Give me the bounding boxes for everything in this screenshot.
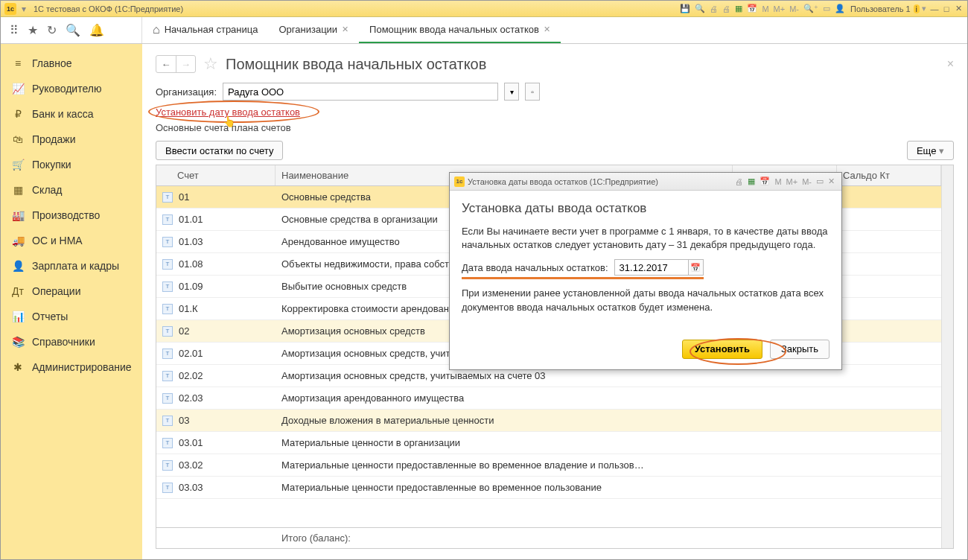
- bell-icon[interactable]: 🔔: [89, 23, 104, 37]
- forward-button[interactable]: →: [176, 56, 195, 72]
- sidebar-item-4[interactable]: 🛒Покупки: [1, 153, 142, 176]
- maximize-button[interactable]: □: [940, 4, 952, 13]
- more-button[interactable]: Еще: [907, 141, 954, 160]
- account-icon: T: [162, 304, 173, 314]
- sidebar-item-10[interactable]: 📊Отчеты: [1, 305, 142, 328]
- account-icon: T: [162, 326, 173, 337]
- sidebar-item-8[interactable]: 👤Зарплата и кадры: [1, 254, 142, 278]
- close-button[interactable]: ✕: [952, 4, 964, 13]
- date-picker-button[interactable]: 📅: [689, 259, 704, 276]
- sidebar-item-1[interactable]: 📈Руководителю: [1, 77, 142, 101]
- table-row[interactable]: T03.02Материальные ценности предоставлен…: [156, 454, 941, 477]
- account-code: 02.03: [179, 392, 203, 404]
- tab-org-close-icon[interactable]: ✕: [342, 25, 348, 34]
- info-drop-icon[interactable]: ▾: [920, 4, 929, 13]
- table-row[interactable]: T03Доходные вложения в материальные ценн…: [156, 410, 941, 432]
- sidebar-item-9[interactable]: ДтОперации: [1, 279, 142, 303]
- cancel-button[interactable]: Закрыть: [770, 340, 830, 359]
- account-name: Материальные ценности предоставленные во…: [276, 459, 733, 471]
- sidebar-item-0[interactable]: ≡Главное: [1, 51, 142, 75]
- info-icon[interactable]: i: [914, 4, 920, 13]
- sidebar-item-2[interactable]: ₽Банк и касса: [1, 102, 142, 126]
- window-title: 1С тестовая с ОКОФ (1С:Предприятие): [34, 4, 183, 13]
- col-account[interactable]: Счет: [156, 165, 276, 185]
- titlebar: 1c ▾ 1С тестовая с ОКОФ (1С:Предприятие)…: [1, 1, 967, 17]
- sidebar-item-12[interactable]: ✱Администрирование: [1, 355, 142, 379]
- page-favorite-icon[interactable]: ☆: [203, 54, 218, 74]
- sidebar-label: Справочники: [32, 336, 95, 348]
- back-button[interactable]: ←: [156, 56, 176, 72]
- grid-footer: Итого (баланс):: [156, 527, 941, 548]
- sidebar-item-11[interactable]: 📚Справочники: [1, 330, 142, 354]
- organization-input[interactable]: [223, 83, 498, 101]
- modal-m-icon[interactable]: M: [772, 177, 783, 186]
- tab-assistant[interactable]: Помощник ввода начальных остатков✕: [359, 17, 561, 43]
- user-name[interactable]: Пользователь 1: [850, 4, 911, 13]
- date-modal: 1c Установка даты ввода остатков (1С:Пре…: [449, 172, 842, 370]
- sidebar-item-6[interactable]: 🏭Производство: [1, 203, 142, 227]
- sidebar-icon: 📊: [11, 311, 25, 322]
- modal-print-icon[interactable]: 🖨: [733, 177, 745, 186]
- sidebar-label: Продажи: [32, 133, 75, 145]
- grid-toolbar: Ввести остатки по счету Еще: [156, 141, 954, 160]
- tab-organizations[interactable]: Организации✕: [268, 17, 359, 43]
- modal-titlebar: 1c Установка даты ввода остатков (1С:Пре…: [450, 173, 841, 191]
- sidebar-label: Зарплата и кадры: [32, 260, 119, 272]
- search-toolbar-icon[interactable]: 🔍: [66, 23, 80, 37]
- account-code: 02.02: [179, 370, 203, 381]
- table-row[interactable]: T02.03Амортизация арендованного имуществ…: [156, 387, 941, 410]
- apps-icon[interactable]: ⠿: [10, 23, 19, 37]
- org-dropdown-button[interactable]: ▾: [504, 83, 519, 101]
- modal-text-2: При изменении ранее установленной даты в…: [462, 287, 830, 314]
- account-icon: T: [162, 416, 173, 426]
- org-label: Организация:: [156, 86, 217, 98]
- org-open-button[interactable]: ▫: [525, 83, 540, 101]
- enter-balance-button[interactable]: Ввести остатки по счету: [156, 141, 283, 160]
- m-icon[interactable]: M: [760, 4, 771, 13]
- account-icon: T: [162, 214, 173, 225]
- print-icon[interactable]: 🖨: [707, 4, 720, 13]
- tab-assist-close-icon[interactable]: ✕: [544, 25, 550, 34]
- calendar-icon[interactable]: ▦: [733, 4, 745, 13]
- modal-logo-icon: 1c: [454, 176, 465, 187]
- minimize-button[interactable]: —: [929, 4, 940, 13]
- modal-cal2-icon[interactable]: 📅: [757, 176, 772, 186]
- table-row[interactable]: T03.01Материальные ценности в организаци…: [156, 432, 941, 454]
- modal-m-minus-icon[interactable]: M-: [800, 177, 814, 186]
- sidebar-item-5[interactable]: ▦Склад: [1, 178, 142, 202]
- m-minus-icon[interactable]: M-: [787, 4, 801, 13]
- scrollbar-vertical[interactable]: [941, 165, 953, 548]
- confirm-button[interactable]: Установить: [682, 340, 762, 359]
- tab-assist-label: Помощник ввода начальных остатков: [369, 24, 539, 35]
- table-row[interactable]: T03.03Материальные ценности предоставлен…: [156, 477, 941, 499]
- sidebar-icon: 🏭: [11, 209, 25, 221]
- search-icon[interactable]: 🔍: [692, 4, 707, 13]
- main-area: ← → ☆ Помощник ввода начальных остатков …: [142, 44, 967, 559]
- sidebar-icon: 🛍: [11, 133, 25, 145]
- tab-home[interactable]: Начальная страница: [142, 17, 268, 43]
- save-icon[interactable]: 💾: [678, 4, 692, 13]
- modal-cal-icon[interactable]: ▦: [745, 176, 757, 186]
- calendar2-icon[interactable]: 📅: [745, 4, 760, 13]
- col-credit[interactable]: Сальдо Кт: [837, 165, 941, 185]
- zoom-icon[interactable]: 🔍⁺: [801, 4, 821, 13]
- modal-restore-icon[interactable]: ▭: [814, 176, 826, 186]
- sidebar-item-3[interactable]: 🛍Продажи: [1, 127, 142, 151]
- history-icon[interactable]: ↻: [47, 23, 57, 37]
- m-plus-icon[interactable]: M+: [771, 4, 788, 13]
- favorite-icon[interactable]: ★: [28, 23, 38, 37]
- sidebar-label: Покупки: [32, 159, 71, 171]
- modal-m-plus-icon[interactable]: M+: [784, 177, 800, 186]
- dropdown-icon[interactable]: ▾: [18, 3, 30, 15]
- sidebar-item-7[interactable]: 🚚ОС и НМА: [1, 229, 142, 252]
- print2-icon[interactable]: 🖨: [720, 4, 733, 13]
- account-icon: T: [162, 237, 173, 247]
- windows-icon[interactable]: ▭: [821, 4, 832, 13]
- account-icon: T: [162, 349, 173, 359]
- date-input[interactable]: [614, 259, 689, 276]
- set-date-link[interactable]: Установить дату ввода остатков: [156, 106, 300, 118]
- account-code: 03.02: [179, 459, 203, 471]
- date-label: Дата ввода начальных остатков:: [462, 262, 608, 273]
- page-close-icon[interactable]: ×: [947, 57, 954, 71]
- modal-close-icon[interactable]: ✕: [826, 176, 837, 186]
